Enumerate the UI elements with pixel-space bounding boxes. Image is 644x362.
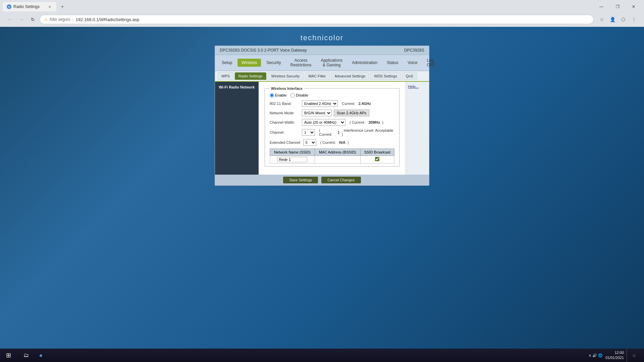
sub-nav: WPS Radio Settings Wireless Security MAC… bbox=[215, 71, 429, 82]
browser-chrome: ● Radio Settings ✕ + — ❐ ✕ ← → ↻ ⚠ Não s… bbox=[0, 0, 644, 27]
network-mode-select[interactable]: B/G/N Mixed B Only G Only N Only bbox=[302, 110, 332, 116]
nav-applications-gaming[interactable]: Applications & Gaming bbox=[317, 56, 346, 69]
subnav-radio-settings[interactable]: Radio Settings bbox=[235, 72, 266, 80]
taskbar-right: ∧ 🔊 🌐 12:00 01/01/2021 □ bbox=[589, 349, 644, 362]
subnav-advanced-settings[interactable]: Advanced Settings bbox=[331, 72, 369, 80]
band-row: 802.11 Band: Enabled 2.4GHz Enabled 5GHz… bbox=[270, 100, 394, 107]
enable-radio-label[interactable]: Enable bbox=[270, 93, 286, 98]
cancel-changes-button[interactable]: Cancel Changes bbox=[321, 177, 361, 183]
nav-administration[interactable]: Administration bbox=[348, 59, 381, 67]
table-col-broadcast: SSID Broadcast bbox=[360, 148, 394, 156]
ssid-broadcast-checkbox[interactable] bbox=[375, 157, 379, 161]
forward-button[interactable]: → bbox=[17, 15, 26, 24]
network-mode-row: Network Mode: B/G/N Mixed B Only G Only … bbox=[270, 110, 394, 116]
tab-favicon: ● bbox=[7, 4, 11, 9]
cast-button[interactable]: ⬡ bbox=[619, 15, 628, 24]
channel-width-current-suffix: ) bbox=[382, 120, 383, 124]
help-label[interactable]: Help... bbox=[408, 84, 419, 88]
nav-logoff[interactable]: Log OFF bbox=[423, 56, 439, 69]
scan-button[interactable]: Scan 2.4GHz APs bbox=[334, 110, 369, 116]
channel-width-current-prefix: ( Current: bbox=[350, 120, 365, 124]
channel-width-row: Channel Width: Auto (20 or 40MHz) 20MHz … bbox=[270, 119, 394, 126]
extended-current-suffix: ) bbox=[347, 140, 349, 144]
reload-button[interactable]: ↻ bbox=[28, 15, 38, 24]
brand-header: technicolor bbox=[301, 34, 343, 42]
sidebar-panel: Wi-Fi Radio Network bbox=[215, 82, 259, 175]
address-bar[interactable]: ⚠ Não seguro | 192.168.0.1/WRadioSetting… bbox=[40, 15, 594, 24]
extended-current-prefix: ( Current: bbox=[320, 140, 336, 144]
wireless-interface-fieldset: Wireless Interface Enable Disable bbox=[265, 86, 399, 167]
action-bar: Save Settings Cancel Changes bbox=[215, 175, 429, 185]
menu-button[interactable]: ⋮ bbox=[629, 15, 639, 24]
taskbar-time: 12:00 bbox=[605, 350, 624, 355]
nav-wireless[interactable]: Wireless bbox=[237, 59, 261, 67]
channel-current-value: 1 bbox=[337, 130, 339, 134]
network-mode-label: Network Mode: bbox=[270, 111, 300, 115]
minimize-button[interactable]: — bbox=[594, 2, 609, 11]
browser-titlebar: ● Radio Settings ✕ + — ❐ ✕ bbox=[3, 2, 641, 11]
nav-setup[interactable]: Setup bbox=[218, 59, 236, 67]
table-col-bssid: MAC Address (BSSID) bbox=[315, 148, 360, 156]
nav-voice[interactable]: Voice bbox=[404, 59, 421, 67]
enable-disable-row: Enable Disable bbox=[270, 93, 394, 98]
extended-channel-label: Extended Channel: bbox=[270, 140, 301, 144]
main-form-panel: Wireless Interface Enable Disable bbox=[259, 82, 406, 175]
subnav-qos[interactable]: QoS bbox=[402, 72, 417, 80]
band-select[interactable]: Enabled 2.4GHz Enabled 5GHz Disabled bbox=[302, 100, 338, 107]
extended-channel-select[interactable]: 51234 67891011 bbox=[303, 139, 316, 146]
device-model-short: DPC3928S bbox=[404, 48, 424, 53]
disable-radio[interactable] bbox=[290, 93, 295, 98]
window-controls: — ❐ ✕ bbox=[594, 2, 641, 11]
subnav-wds-settings[interactable]: WDS Settings bbox=[370, 72, 400, 80]
nav-status[interactable]: Status bbox=[383, 59, 402, 67]
content-area: Wi-Fi Radio Network Wireless Interface E… bbox=[215, 82, 429, 175]
start-button[interactable]: ⊞ bbox=[0, 349, 17, 362]
taskbar-file-explorer[interactable]: 🗂 bbox=[19, 349, 33, 362]
subnav-wireless-security[interactable]: Wireless Security bbox=[268, 72, 304, 80]
disable-radio-label[interactable]: Disable bbox=[290, 93, 308, 98]
show-desktop-button[interactable]: □ bbox=[627, 349, 640, 362]
extended-channel-row: Extended Channel: 51234 67891011 ( Curre… bbox=[270, 139, 394, 146]
ssid-input[interactable] bbox=[277, 157, 307, 162]
channel-current-prefix: ( Current: bbox=[319, 128, 334, 136]
address-url[interactable]: 192.168.0.1/WRadioSettings.asp bbox=[75, 17, 139, 22]
enable-radio[interactable] bbox=[270, 93, 274, 98]
enable-disable-group: Enable Disable bbox=[270, 93, 308, 98]
security-warning-icon: ⚠ bbox=[44, 17, 48, 22]
taskbar-date: 01/01/2021 bbox=[605, 355, 624, 360]
router-panel: DPC3928S DOCSIS 3.0 2-PORT Voice Gateway… bbox=[215, 46, 429, 186]
nav-access-restrictions[interactable]: Access Restrictions bbox=[286, 56, 316, 69]
subnav-mac-filter[interactable]: MAC Filter bbox=[305, 72, 330, 80]
address-bar-row: ← → ↻ ⚠ Não seguro | 192.168.0.1/WRadioS… bbox=[3, 13, 641, 27]
table-row bbox=[270, 156, 394, 163]
channel-select[interactable]: 12345 67891011 bbox=[302, 129, 315, 136]
channel-width-current-value: 20MHz bbox=[368, 120, 380, 124]
save-settings-button[interactable]: Save Settings bbox=[283, 177, 318, 183]
broadcast-cell bbox=[360, 156, 394, 163]
bookmark-button[interactable]: ☆ bbox=[597, 15, 606, 24]
help-panel: Help... bbox=[406, 82, 429, 175]
network-table: Network Name (SSID) MAC Address (BSSID) … bbox=[270, 148, 394, 164]
channel-row: Channel: 12345 67891011 ( Current: 1 , I… bbox=[270, 128, 394, 136]
channel-width-select[interactable]: Auto (20 or 40MHz) 20MHz Only 40MHz Only bbox=[302, 119, 345, 126]
restore-button[interactable]: ❐ bbox=[610, 2, 625, 11]
close-button[interactable]: ✕ bbox=[626, 2, 641, 11]
taskbar: ⊞ 🗂 ● ∧ 🔊 🌐 12:00 01/01/2021 □ bbox=[0, 349, 644, 362]
tab-close-button[interactable]: ✕ bbox=[47, 4, 52, 9]
channel-label: Channel: bbox=[270, 130, 300, 134]
fieldset-legend: Wireless Interface bbox=[270, 86, 304, 90]
security-warning-text: Não seguro bbox=[50, 17, 70, 22]
tab-title: Radio Settings bbox=[13, 4, 45, 9]
new-tab-button[interactable]: + bbox=[58, 2, 67, 11]
taskbar-chrome[interactable]: ● bbox=[34, 349, 48, 362]
nav-security[interactable]: Security bbox=[262, 59, 285, 67]
taskbar-system-tray: ∧ 🔊 🌐 bbox=[589, 353, 603, 358]
profile-button[interactable]: 👤 bbox=[608, 15, 617, 24]
ssid-cell bbox=[270, 156, 315, 163]
sidebar-title: Wi-Fi Radio Network bbox=[219, 85, 255, 89]
browser-window: ● Radio Settings ✕ + — ❐ ✕ ← → ↻ ⚠ Não s… bbox=[0, 0, 644, 349]
back-button[interactable]: ← bbox=[5, 15, 15, 24]
channel-width-label: Channel Width: bbox=[270, 120, 300, 124]
browser-tab[interactable]: ● Radio Settings ✕ bbox=[3, 2, 56, 11]
subnav-wps[interactable]: WPS bbox=[218, 72, 233, 80]
